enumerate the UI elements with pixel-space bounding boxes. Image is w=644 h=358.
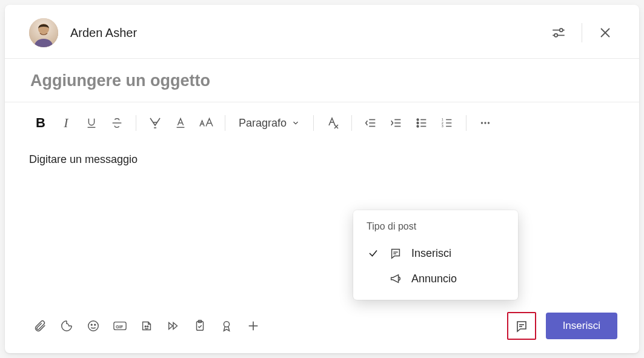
svg-point-21 (417, 125, 419, 127)
bold-button[interactable]: B (28, 111, 53, 135)
post-type-option-post[interactable]: Inserisci (353, 240, 518, 266)
highlight-button[interactable] (142, 111, 168, 135)
svg-point-3 (560, 28, 563, 31)
compose-header: Arden Asher (5, 5, 639, 59)
svg-point-33 (488, 122, 490, 124)
bold-icon: B (36, 115, 45, 131)
close-icon (598, 25, 612, 40)
stream-button[interactable] (160, 314, 187, 338)
bottom-action-bar: GIF (5, 303, 639, 353)
emoji-icon (87, 319, 100, 333)
svg-point-41 (145, 326, 146, 327)
paragraph-style-dropdown[interactable]: Paragrafo (231, 111, 307, 135)
clipboard-icon (193, 319, 207, 333)
highlighter-icon (148, 116, 162, 130)
more-formatting-button[interactable] (473, 111, 498, 135)
options-button[interactable] (546, 21, 571, 45)
strikethrough-icon (110, 116, 124, 130)
bullet-list-icon (415, 116, 428, 130)
close-button[interactable] (593, 21, 617, 45)
subject-area (5, 59, 639, 102)
gif-icon: GIF (113, 319, 127, 333)
toolbar-separator (136, 115, 136, 131)
attach-button[interactable] (27, 314, 53, 338)
stream-icon (166, 319, 181, 333)
more-actions-button[interactable] (240, 314, 267, 338)
style-label: Paragrafo (239, 117, 287, 130)
svg-point-19 (417, 119, 419, 121)
svg-point-36 (88, 321, 99, 331)
submit-label: Inserisci (563, 320, 600, 331)
praise-button[interactable] (213, 314, 240, 338)
toolbar-separator (351, 115, 352, 131)
sliders-icon (551, 25, 566, 41)
post-type-popup: Tipo di post Inserisci Annuncio (353, 210, 518, 300)
svg-text:GIF: GIF (116, 324, 124, 330)
badge-icon (220, 319, 233, 333)
toolbar-separator (225, 115, 225, 131)
ellipsis-icon (479, 116, 492, 130)
font-size-icon (198, 116, 214, 130)
plus-icon (247, 319, 260, 333)
outdent-icon (364, 116, 377, 130)
message-input[interactable]: Digitare un messaggio (5, 140, 639, 255)
toolbar-separator (313, 115, 314, 131)
post-icon (388, 247, 403, 260)
strikethrough-button[interactable] (104, 111, 130, 135)
post-icon (514, 319, 529, 333)
indent-icon (390, 116, 403, 130)
submit-button[interactable]: Inserisci (546, 313, 617, 339)
sticker-button[interactable] (133, 314, 160, 338)
compose-card: Arden Asher (5, 5, 639, 353)
svg-point-20 (417, 122, 419, 124)
clear-formatting-icon (325, 116, 340, 130)
gif-button[interactable]: GIF (107, 314, 133, 338)
decrease-indent-button[interactable] (358, 111, 383, 135)
svg-text:3: 3 (442, 124, 443, 128)
megaphone-icon (388, 272, 403, 285)
italic-button[interactable]: I (53, 111, 79, 135)
loop-button[interactable] (53, 314, 80, 338)
paperclip-icon (33, 319, 47, 333)
font-size-button[interactable] (193, 111, 219, 135)
message-placeholder: Digitare un messaggio (29, 153, 138, 165)
svg-point-38 (95, 324, 96, 325)
header-divider (582, 23, 582, 42)
approvals-button[interactable] (187, 314, 213, 338)
post-type-option-announcement[interactable]: Annuncio (353, 266, 518, 291)
sticker-icon (140, 319, 153, 333)
increase-indent-button[interactable] (383, 111, 409, 135)
check-icon (367, 248, 380, 259)
underline-button[interactable] (79, 111, 104, 135)
numbered-list-icon: 123 (440, 116, 454, 130)
svg-point-31 (481, 122, 483, 124)
italic-icon: I (64, 115, 68, 131)
svg-point-32 (484, 122, 486, 124)
svg-point-45 (224, 322, 229, 327)
svg-point-42 (147, 326, 148, 327)
option-label: Inserisci (411, 247, 451, 260)
bulleted-list-button[interactable] (409, 111, 434, 135)
svg-point-5 (554, 34, 557, 37)
subject-input[interactable] (29, 71, 615, 91)
loop-icon (60, 319, 73, 333)
post-type-button[interactable] (507, 312, 536, 340)
font-color-icon (174, 116, 187, 130)
popup-title: Tipo di post (353, 221, 518, 240)
underline-icon (85, 116, 98, 130)
avatar (29, 18, 58, 47)
font-color-button[interactable] (168, 111, 193, 135)
toolbar-separator (466, 115, 466, 131)
chevron-down-icon (291, 119, 300, 127)
formatting-toolbar: B I (5, 102, 639, 140)
option-label: Annuncio (411, 273, 457, 285)
clear-formatting-button[interactable] (320, 111, 345, 135)
numbered-list-button[interactable]: 123 (434, 111, 460, 135)
svg-point-37 (91, 324, 92, 325)
emoji-button[interactable] (80, 314, 107, 338)
user-name: Arden Asher (70, 26, 137, 40)
